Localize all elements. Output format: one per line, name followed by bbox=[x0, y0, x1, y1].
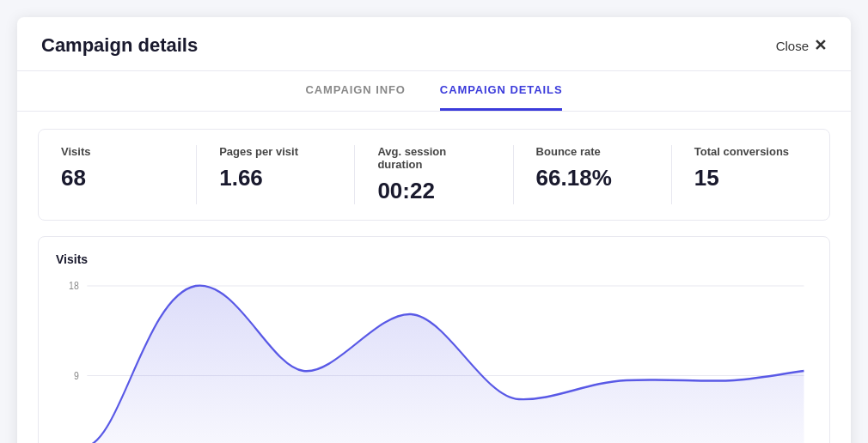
stat-visits-label: Visits bbox=[61, 145, 174, 158]
tab-bar: CAMPAIGN INFO CAMPAIGN DETAILS bbox=[17, 71, 851, 112]
svg-text:9: 9 bbox=[74, 370, 79, 381]
stat-bounce-rate: Bounce rate 66.18% bbox=[514, 145, 672, 204]
tab-campaign-info[interactable]: CAMPAIGN INFO bbox=[306, 83, 406, 111]
stat-avg-session: Avg. session duration 00:22 bbox=[355, 145, 513, 204]
close-icon: ✕ bbox=[814, 36, 827, 55]
stat-conv-label: Total conversions bbox=[694, 145, 807, 158]
chart-svg: 18 9 0 bbox=[56, 276, 812, 443]
chart-area: 18 9 0 bbox=[56, 276, 812, 443]
chart-title: Visits bbox=[56, 252, 812, 266]
stat-avg-label: Avg. session duration bbox=[377, 145, 490, 171]
main-content: Visits 68 Pages per visit 1.66 Avg. sess… bbox=[17, 112, 851, 443]
stat-visits: Visits 68 bbox=[39, 145, 197, 204]
chart-card: Visits 18 9 0 bbox=[38, 236, 830, 443]
stat-bounce-value: 66.18% bbox=[536, 165, 649, 191]
stat-conv-value: 15 bbox=[694, 165, 807, 191]
tab-campaign-details[interactable]: CAMPAIGN DETAILS bbox=[440, 83, 563, 111]
close-button[interactable]: Close ✕ bbox=[776, 36, 827, 55]
stat-conversions: Total conversions 15 bbox=[672, 145, 829, 204]
stats-card: Visits 68 Pages per visit 1.66 Avg. sess… bbox=[38, 129, 830, 221]
campaign-details-panel: Campaign details Close ✕ CAMPAIGN INFO C… bbox=[17, 17, 851, 443]
stat-ppv-value: 1.66 bbox=[219, 165, 332, 191]
close-label: Close bbox=[776, 39, 809, 53]
page-title: Campaign details bbox=[41, 34, 198, 57]
chart-area-fill bbox=[87, 286, 804, 443]
panel-header: Campaign details Close ✕ bbox=[17, 17, 851, 71]
stat-bounce-label: Bounce rate bbox=[536, 145, 649, 158]
stat-visits-value: 68 bbox=[61, 165, 174, 191]
stat-avg-value: 00:22 bbox=[377, 178, 490, 204]
stat-pages-per-visit: Pages per visit 1.66 bbox=[197, 145, 355, 204]
svg-text:18: 18 bbox=[69, 281, 79, 292]
stat-ppv-label: Pages per visit bbox=[219, 145, 332, 158]
